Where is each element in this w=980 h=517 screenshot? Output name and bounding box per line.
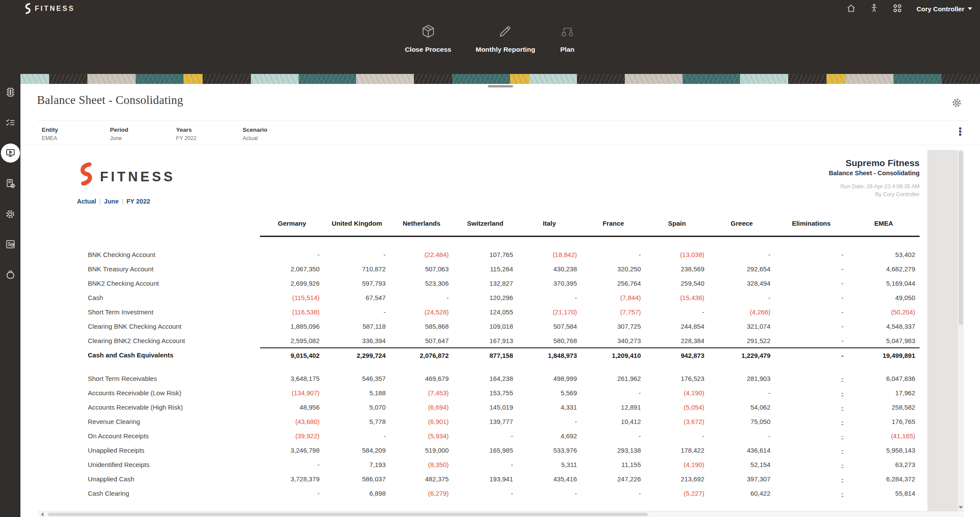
cell: 507,647 bbox=[390, 334, 453, 348]
cell: - bbox=[709, 429, 775, 443]
vertical-scrollbar-thumb[interactable] bbox=[959, 151, 963, 325]
home-button[interactable] bbox=[843, 2, 860, 15]
cell[interactable]: - bbox=[775, 414, 848, 429]
row-label: Short Term Receivables bbox=[87, 371, 260, 386]
pov-scenario[interactable]: Scenario Actual bbox=[243, 127, 267, 141]
nav-label: Monthly Reporting bbox=[476, 46, 535, 53]
cell: - bbox=[775, 276, 848, 290]
cell: - bbox=[453, 457, 517, 472]
cell: 2,299,724 bbox=[324, 348, 390, 362]
main-content: Balance Sheet - Consolidating Entity EME… bbox=[20, 84, 980, 517]
cell: 436,614 bbox=[709, 443, 775, 457]
pov-period[interactable]: Period June bbox=[110, 127, 128, 141]
divider bbox=[37, 120, 968, 121]
cell: 3,648,175 bbox=[260, 371, 324, 386]
sidebar-item-task-manager[interactable] bbox=[0, 168, 20, 199]
page-title: Balance Sheet - Consolidating bbox=[37, 93, 183, 107]
sidebar-item-settings[interactable] bbox=[0, 199, 20, 229]
cube-icon bbox=[420, 23, 436, 40]
row-label: Accounts Receivable (High Risk) bbox=[87, 400, 260, 414]
cell: 244,854 bbox=[645, 319, 709, 334]
user-menu[interactable]: Cory Controller bbox=[917, 5, 972, 13]
report-pov-period: June bbox=[104, 198, 119, 205]
cell: 48,956 bbox=[260, 400, 324, 414]
table-row: Accounts Receivable (High Risk)48,9565,0… bbox=[87, 400, 920, 414]
apps-grid-button[interactable] bbox=[889, 2, 906, 16]
cell: (4,190) bbox=[645, 457, 709, 472]
cell: 5,070 bbox=[324, 400, 390, 414]
cell: (18,842) bbox=[517, 247, 581, 262]
cell[interactable]: - bbox=[775, 486, 848, 500]
cell: - bbox=[775, 262, 848, 276]
active-highlight bbox=[1, 143, 20, 163]
cell: (7,844) bbox=[581, 290, 645, 305]
cell: 12,891 bbox=[581, 400, 645, 414]
cell: (6,694) bbox=[390, 400, 453, 414]
cell: 5,169,044 bbox=[848, 276, 920, 290]
cell: (15,436) bbox=[645, 290, 709, 305]
vertical-scrollbar[interactable] bbox=[958, 150, 964, 511]
cell: - bbox=[324, 247, 390, 262]
accessibility-button[interactable] bbox=[866, 2, 883, 15]
scroll-down-arrow-icon[interactable] bbox=[959, 506, 963, 509]
sidebar-item-console[interactable] bbox=[0, 77, 20, 107]
row-label: Unidentified Receipts bbox=[87, 457, 260, 472]
sidebar-item-reports-active[interactable] bbox=[0, 138, 20, 168]
cell: (4,266) bbox=[709, 305, 775, 319]
page-margin-area bbox=[927, 150, 958, 511]
pov-entity[interactable]: Entity EMEA bbox=[42, 127, 58, 141]
cell: 228,384 bbox=[645, 334, 709, 348]
cell: 321,074 bbox=[709, 319, 775, 334]
table-row: BNK Treasury Account2,067,350710,872507,… bbox=[87, 262, 920, 276]
cell: 153,755 bbox=[453, 386, 517, 400]
horizontal-scrollbar-thumb[interactable] bbox=[48, 513, 648, 516]
row-label: Cash and Cash Equivalents bbox=[87, 348, 260, 362]
cell: (7,757) bbox=[581, 305, 645, 319]
cell[interactable]: - bbox=[775, 386, 848, 400]
cell[interactable]: - bbox=[775, 400, 848, 414]
nav-monthly-reporting[interactable]: Monthly Reporting bbox=[476, 23, 535, 53]
report-settings-button[interactable] bbox=[951, 97, 963, 110]
cell[interactable]: - bbox=[775, 457, 848, 472]
cell: (22,484) bbox=[390, 247, 453, 262]
panel-drag-handle[interactable] bbox=[488, 85, 513, 87]
row-label: Clearing BNK Checking Account bbox=[87, 319, 260, 334]
cell: 259,540 bbox=[645, 276, 709, 290]
cell: - bbox=[775, 319, 848, 334]
cell: - bbox=[775, 305, 848, 319]
cell[interactable]: - bbox=[775, 429, 848, 443]
sidebar-item-dashboards[interactable] bbox=[0, 229, 20, 260]
cell: - bbox=[390, 290, 453, 305]
pov-more-actions-button[interactable] bbox=[959, 127, 961, 136]
cell[interactable]: - bbox=[775, 443, 848, 457]
scroll-left-arrow-icon[interactable] bbox=[41, 512, 43, 517]
nav-close-process[interactable]: Close Process bbox=[405, 23, 451, 53]
column-header: EMEA bbox=[848, 214, 920, 236]
table-row: BNK2 Checking Account2,699,926597,793523… bbox=[87, 276, 920, 290]
cell: (5,054) bbox=[645, 400, 709, 414]
report-run-by: By Cory Controller bbox=[829, 190, 920, 198]
cell: - bbox=[581, 386, 645, 400]
cell: 307,725 bbox=[581, 319, 645, 334]
cell: (50,204) bbox=[848, 305, 920, 319]
cell: 533,976 bbox=[517, 443, 581, 457]
divider bbox=[20, 145, 980, 145]
cell: 597,793 bbox=[324, 276, 390, 290]
row-label: Unapplied Receipts bbox=[87, 443, 260, 457]
pov-years[interactable]: Years FY 2022 bbox=[176, 127, 197, 141]
cell: 6,898 bbox=[324, 486, 390, 500]
sidebar-item-budget[interactable] bbox=[0, 260, 20, 290]
horizontal-scrollbar[interactable] bbox=[38, 511, 964, 517]
cell[interactable]: - bbox=[775, 371, 848, 386]
cell: 292,654 bbox=[709, 262, 775, 276]
cell: 2,067,350 bbox=[260, 262, 324, 276]
cell: 586,037 bbox=[324, 472, 390, 486]
pov-value: June bbox=[110, 135, 128, 141]
column-header: Switzerland bbox=[453, 214, 517, 236]
cell: 176,523 bbox=[645, 371, 709, 386]
nav-plan[interactable]: Plan bbox=[560, 23, 575, 53]
cell[interactable]: - bbox=[775, 472, 848, 486]
sidebar-item-tasks[interactable] bbox=[0, 107, 20, 138]
cell: 281,903 bbox=[709, 371, 775, 386]
cell: 469,679 bbox=[390, 371, 453, 386]
